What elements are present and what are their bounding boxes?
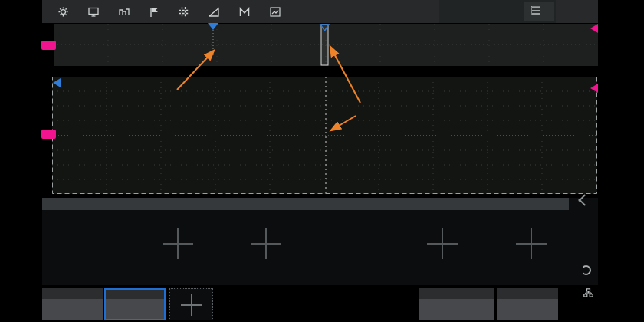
main-waveform-strip[interactable] (54, 24, 598, 66)
measurement-table-header (42, 198, 569, 210)
oscilloscope-screen (0, 0, 644, 322)
menu-item-math[interactable] (239, 7, 254, 17)
table-row (42, 264, 569, 274)
zoom-channel-badge[interactable] (41, 130, 56, 139)
measure-panel-button[interactable] (524, 2, 554, 21)
math-icon (239, 7, 250, 17)
strip-trigger-level-marker[interactable] (590, 24, 598, 33)
menu-bar (42, 0, 598, 23)
measure-icon (209, 7, 219, 17)
menu-item-cursors[interactable] (179, 7, 192, 17)
table-row (42, 274, 569, 285)
gear-icon (58, 7, 68, 17)
menu-item-trigger[interactable] (150, 7, 163, 17)
zoom-trigger-delay-marker[interactable] (53, 78, 61, 87)
measurement-table (42, 198, 598, 285)
table-row (42, 253, 569, 264)
menu-item-display[interactable] (88, 7, 103, 17)
menu-item-measure[interactable] (209, 7, 223, 17)
analysis-icon (270, 7, 281, 17)
trigger-box[interactable] (497, 288, 558, 320)
clock-time (560, 299, 598, 310)
display-icon (88, 7, 99, 17)
table-row (42, 210, 569, 221)
zoom-trigger-level-marker[interactable] (590, 84, 598, 93)
zoom-waveform-view[interactable] (52, 77, 597, 194)
strip-channel-badge[interactable] (41, 41, 56, 50)
clock-box[interactable] (560, 288, 598, 320)
add-measurement-button[interactable] (163, 228, 193, 259)
menu-item-utility[interactable] (58, 7, 72, 17)
trigger-position-marker[interactable] (208, 23, 219, 30)
clock-date (560, 310, 598, 320)
add-channel-button[interactable] (169, 288, 213, 320)
trigger-flag-icon (150, 7, 159, 17)
timebase-box[interactable] (419, 288, 495, 320)
table-row (42, 221, 569, 232)
table-row (42, 242, 569, 253)
list-icon (531, 6, 540, 18)
channel-c1-box[interactable] (42, 288, 103, 320)
menu-item-analysis[interactable] (270, 7, 284, 17)
add-measurement-button[interactable] (516, 228, 547, 259)
menu-item-acquire[interactable] (119, 7, 133, 17)
stats-reset-icon[interactable] (581, 265, 591, 275)
network-icon (560, 288, 598, 299)
add-measurement-button[interactable] (427, 228, 458, 259)
channel-c2-box[interactable] (104, 288, 166, 320)
add-measurement-button[interactable] (251, 228, 281, 259)
acquire-icon (119, 7, 130, 17)
table-row (42, 232, 569, 242)
cursor-icon (179, 7, 189, 17)
close-icon[interactable] (573, 199, 596, 209)
